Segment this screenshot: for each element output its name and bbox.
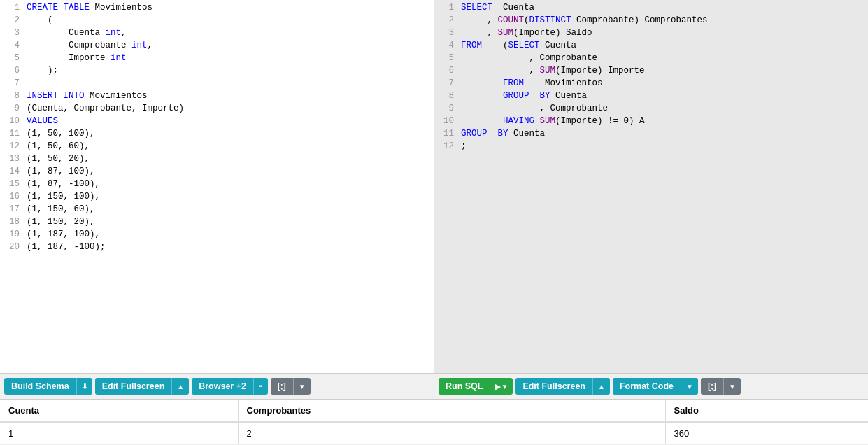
build-schema-button-group[interactable]: Build Schema ⬇ <box>4 378 92 395</box>
line-content: (1, 187, 100), <box>27 229 100 239</box>
line-content: SELECT Cuenta <box>461 3 534 13</box>
code-line: 20(1, 187, -100); <box>0 242 434 255</box>
line-content: (1, 150, 60), <box>27 204 95 214</box>
edit-fullscreen-left-button-group[interactable]: Edit Fullscreen ▲ <box>95 378 190 395</box>
code-line: 5 Importe int <box>0 53 434 66</box>
brackets-left-button[interactable]: [;] <box>271 378 293 395</box>
run-sql-button-group[interactable]: Run SQL ▶▼ <box>439 378 513 395</box>
code-line: 11(1, 50, 100), <box>0 129 434 141</box>
line-content: (1, 187, -100); <box>27 242 106 252</box>
code-line: 10VALUES <box>0 116 434 129</box>
code-line: 8INSERT INTO Movimientos <box>0 91 434 104</box>
build-schema-dropdown[interactable]: ⬇ <box>76 378 92 395</box>
table-cell: 360 <box>665 422 868 445</box>
code-line: 9(Cuenta, Comprobante, Importe) <box>0 104 434 116</box>
run-sql-dropdown[interactable]: ▶▼ <box>490 378 513 395</box>
left-editor: 1CREATE TABLE Movimientos2 (3 Cuenta int… <box>0 0 434 399</box>
line-content: ); <box>27 66 58 76</box>
left-code-area[interactable]: 1CREATE TABLE Movimientos2 (3 Cuenta int… <box>0 0 434 373</box>
edit-fullscreen-right-button[interactable]: Edit Fullscreen <box>515 378 592 395</box>
line-content: Importe int <box>27 53 127 63</box>
browser-button-group[interactable]: Browser +2 ≡ <box>192 378 268 395</box>
code-line: 16(1, 150, 100), <box>0 192 434 204</box>
format-code-dropdown[interactable]: ▼ <box>681 378 698 395</box>
code-line: 1SELECT Cuenta <box>434 3 868 15</box>
right-editor: 1SELECT Cuenta2 , COUNT(DISTINCT Comprob… <box>434 0 868 399</box>
line-number: 2 <box>3 15 20 25</box>
line-number: 5 <box>437 53 454 63</box>
line-number: 9 <box>3 104 20 113</box>
code-line: 9 , Comprobante <box>434 104 868 116</box>
line-number: 11 <box>3 129 20 139</box>
right-code-area[interactable]: 1SELECT Cuenta2 , COUNT(DISTINCT Comprob… <box>434 0 868 373</box>
line-content: , SUM(Importe) Importe <box>461 66 645 76</box>
line-content: HAVING SUM(Importe) != 0) A <box>461 116 645 126</box>
line-content: Comprobante int, <box>27 41 152 50</box>
line-content: (1, 50, 100), <box>27 129 95 139</box>
edit-fullscreen-right-dropdown[interactable]: ▲ <box>592 378 610 395</box>
table-cell: 1 <box>0 422 238 445</box>
line-number: 18 <box>3 217 20 227</box>
line-content: (1, 150, 20), <box>27 217 95 227</box>
line-content: (1, 50, 60), <box>27 141 90 151</box>
code-line: 5 , Comprobante <box>434 53 868 66</box>
line-content: GROUP BY Cuenta <box>461 91 587 101</box>
edit-fullscreen-right-button-group[interactable]: Edit Fullscreen ▲ <box>515 378 610 395</box>
build-schema-button[interactable]: Build Schema <box>4 378 76 395</box>
code-line: 4 Comprobante int, <box>0 41 434 53</box>
code-line: 4FROM (SELECT Cuenta <box>434 41 868 53</box>
line-content: , COUNT(DISTINCT Comprobante) Comprobant… <box>461 15 708 25</box>
line-number: 14 <box>3 167 20 176</box>
line-number: 12 <box>3 141 20 151</box>
brackets-right-button-group[interactable]: [;] ▼ <box>701 378 741 395</box>
code-line: 1CREATE TABLE Movimientos <box>0 3 434 15</box>
line-number: 9 <box>437 104 454 113</box>
table-row: 12360 <box>0 422 868 445</box>
line-content: , Comprobante <box>461 53 597 63</box>
line-content: (1, 50, 20), <box>27 154 90 164</box>
col-header-saldo: Saldo <box>665 400 868 422</box>
brackets-right-dropdown[interactable]: ▼ <box>723 378 741 395</box>
code-line: 2 , COUNT(DISTINCT Comprobante) Comproba… <box>434 15 868 28</box>
line-number: 3 <box>3 28 20 38</box>
line-number: 8 <box>437 91 454 101</box>
brackets-right-button[interactable]: [;] <box>701 378 723 395</box>
line-number: 5 <box>3 53 20 63</box>
left-toolbar: Build Schema ⬇ Edit Fullscreen ▲ Browser… <box>0 373 434 399</box>
col-header-comprobantes: Comprobantes <box>238 400 665 422</box>
line-number: 17 <box>3 204 20 214</box>
code-line: 19(1, 187, 100), <box>0 229 434 242</box>
results-table: Cuenta Comprobantes Saldo 12360 <box>0 400 868 445</box>
line-number: 20 <box>3 242 20 252</box>
line-content: FROM (SELECT Cuenta <box>461 41 576 50</box>
right-toolbar: Run SQL ▶▼ Edit Fullscreen ▲ Format Code… <box>434 373 868 399</box>
line-content: ; <box>461 141 467 151</box>
format-code-button[interactable]: Format Code <box>613 378 681 395</box>
browser-dropdown[interactable]: ≡ <box>253 378 268 395</box>
line-number: 4 <box>3 41 20 50</box>
line-content: INSERT INTO Movimientos <box>27 91 148 101</box>
edit-fullscreen-left-dropdown[interactable]: ▲ <box>171 378 189 395</box>
run-sql-button[interactable]: Run SQL <box>439 378 490 395</box>
brackets-left-button-group[interactable]: [;] ▼ <box>271 378 311 395</box>
line-number: 6 <box>437 66 454 76</box>
table-cell: 2 <box>238 422 665 445</box>
code-line: 3 Cuenta int, <box>0 28 434 41</box>
code-line: 2 ( <box>0 15 434 28</box>
line-number: 3 <box>437 28 454 38</box>
col-header-cuenta: Cuenta <box>0 400 238 422</box>
line-content: , Comprobante <box>461 104 608 113</box>
code-line: 18(1, 150, 20), <box>0 217 434 229</box>
code-line: 8 GROUP BY Cuenta <box>434 91 868 104</box>
format-code-button-group[interactable]: Format Code ▼ <box>613 378 698 395</box>
line-number: 10 <box>3 116 20 126</box>
brackets-left-dropdown[interactable]: ▼ <box>293 378 311 395</box>
browser-button[interactable]: Browser +2 <box>192 378 253 395</box>
line-content: (Cuenta, Comprobante, Importe) <box>27 104 184 113</box>
code-line: 3 , SUM(Importe) Saldo <box>434 28 868 41</box>
edit-fullscreen-left-button[interactable]: Edit Fullscreen <box>95 378 172 395</box>
line-number: 19 <box>3 229 20 239</box>
code-line: 11GROUP BY Cuenta <box>434 129 868 141</box>
line-content: VALUES <box>27 116 58 126</box>
line-content: , SUM(Importe) Saldo <box>461 28 592 38</box>
